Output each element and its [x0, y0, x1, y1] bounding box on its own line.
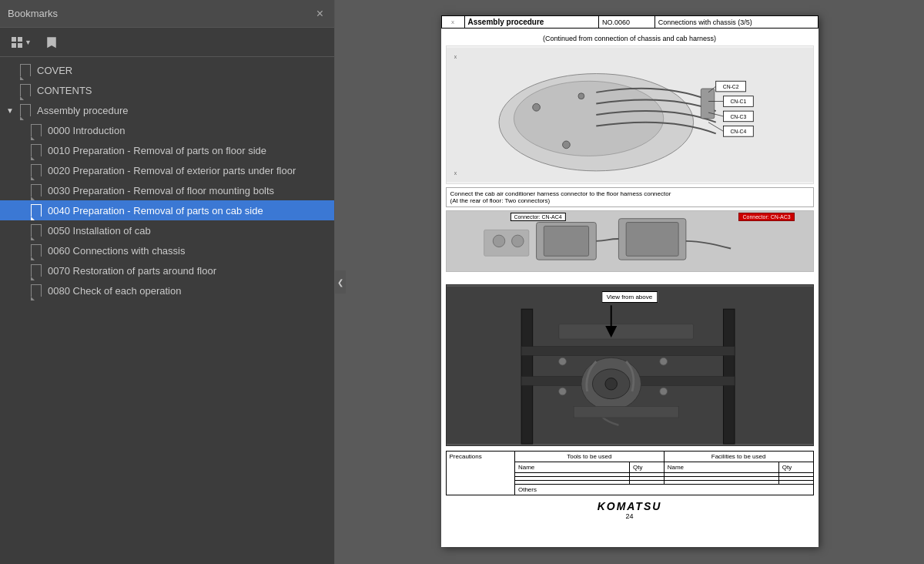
doc-procedure-label: Assembly procedure: [464, 16, 598, 29]
svg-rect-41: [558, 324, 693, 339]
document-panel: x Assembly procedure NO.0060 Connections…: [335, 0, 924, 564]
svg-point-40: [604, 378, 617, 391]
bookmark-item-cover[interactable]: COVER: [0, 60, 334, 80]
bookmark-icon-0010: [31, 144, 42, 156]
expand-placeholder: [17, 146, 28, 155]
expand-placeholder: [6, 86, 17, 95]
bookmark-label-0040: 0040 Preparation - Removal of parts on c…: [48, 205, 328, 217]
svg-text:CN-C4: CN-C4: [730, 129, 746, 134]
svg-rect-36: [521, 347, 735, 356]
doc-header-table: x Assembly procedure NO.0060 Connections…: [441, 15, 819, 29]
doc-subtitle: (Continued from connection of chassis an…: [446, 35, 814, 42]
grid-icon: [11, 36, 23, 49]
svg-rect-2: [12, 43, 16, 48]
bookmark-item-contents[interactable]: CONTENTS: [0, 80, 334, 100]
bookmark-list: COVER CONTENTS ▼ Assembly procedure 0000…: [0, 57, 334, 564]
expand-arrow-assembly: ▼: [6, 106, 17, 115]
bookmark-item-0080[interactable]: 0080 Check of each operation: [0, 280, 334, 300]
facilities-qty-header: Qty: [778, 462, 813, 473]
svg-point-44: [558, 358, 566, 365]
svg-rect-3: [18, 43, 22, 48]
svg-rect-0: [12, 37, 16, 42]
view-options-button[interactable]: ▼: [6, 33, 36, 52]
svg-text:CN-C3: CN-C3: [730, 114, 746, 119]
bookmark-item-0050[interactable]: 0050 Installation of cab: [0, 220, 334, 240]
precautions-cell: Precautions: [446, 452, 514, 495]
expand-placeholder: [17, 267, 28, 275]
facilities-header: Facilities to be used: [664, 452, 813, 462]
bookmark-icon-0020: [31, 164, 42, 176]
bookmark-icon-assembly: [20, 104, 31, 116]
bookmarks-panel: Bookmarks × ▼: [0, 0, 335, 564]
svg-text:x: x: [454, 170, 457, 176]
bookmark-item-0070[interactable]: 0070 Restoration of parts around floor: [0, 260, 334, 280]
bookmark-label-0080: 0080 Check of each operation: [48, 285, 328, 297]
bookmark-label-cover: COVER: [37, 65, 328, 76]
document-page: x Assembly procedure NO.0060 Connections…: [441, 15, 819, 547]
harness-svg: CN-C2 CN-C1 CN-C3 CN-C4: [447, 46, 813, 183]
svg-rect-1: [18, 37, 22, 42]
harness-diagram: CN-C2 CN-C1 CN-C3 CN-C4: [446, 45, 814, 184]
tools-header: Tools to be used: [514, 452, 664, 462]
svg-rect-18: [701, 89, 714, 119]
svg-rect-27: [544, 226, 588, 256]
bookmark-icon-0070: [31, 264, 42, 277]
svg-point-6: [514, 81, 663, 156]
bookmark-icon-0000: [31, 124, 42, 136]
bookmark-item-0060[interactable]: 0060 Connections with chassis: [0, 240, 334, 260]
connector-ac3-label: Connector: CN-AC3: [738, 213, 794, 221]
collapse-panel-button[interactable]: ❮: [335, 270, 346, 294]
bookmark-item-0000[interactable]: 0000 Introduction: [0, 120, 334, 140]
svg-point-9: [562, 141, 570, 149]
expand-placeholder: [17, 166, 28, 175]
tools-qty-header: Qty: [630, 462, 665, 473]
svg-point-32: [511, 235, 524, 247]
instruction-box: Connect the cab air conditioner harness …: [446, 187, 814, 207]
bookmark-label-0060: 0060 Connections with chassis: [48, 245, 328, 257]
svg-text:x: x: [454, 54, 457, 59]
svg-point-45: [659, 358, 667, 365]
bookmark-icon-0060: [31, 244, 42, 257]
bookmark-icon-0080: [31, 284, 42, 297]
svg-point-7: [532, 103, 540, 111]
svg-text:CN-C1: CN-C1: [730, 99, 746, 104]
connector-section: Connector: CN-AC4 Connector: CN-AC3: [446, 210, 814, 280]
bookmark-view-button[interactable]: [41, 33, 62, 52]
expand-placeholder: [17, 287, 28, 295]
connector-diagram: Connector: CN-AC4 Connector: CN-AC3: [446, 210, 814, 272]
bookmark-icon-0050: [31, 224, 42, 237]
bookmark-label-contents: CONTENTS: [37, 85, 328, 96]
expand-placeholder: [17, 206, 28, 215]
bookmark-icon-contents: [20, 84, 31, 96]
photo-diagram: View from above: [446, 284, 814, 446]
bookmark-icon-0040: [31, 204, 42, 217]
close-button[interactable]: ×: [313, 6, 326, 22]
bookmark-item-0020[interactable]: 0020 Preparation - Removal of exterior p…: [0, 160, 334, 180]
svg-rect-42: [574, 406, 678, 418]
doc-number-label: NO.0060: [598, 16, 654, 29]
bookmark-label-0000: 0000 Introduction: [48, 125, 328, 136]
bookmark-icon: [45, 36, 58, 49]
doc-bottom-table: Precautions Tools to be used Facilities …: [446, 451, 814, 495]
bookmark-item-0030[interactable]: 0030 Preparation - Removal of floor moun…: [0, 180, 334, 200]
bookmark-icon-0030: [31, 184, 42, 196]
svg-rect-29: [626, 223, 678, 257]
svg-point-8: [578, 93, 584, 99]
panel-title: Bookmarks: [8, 8, 58, 19]
bookmark-item-assembly[interactable]: ▼ Assembly procedure: [0, 100, 334, 120]
svg-text:CN-C2: CN-C2: [722, 84, 738, 89]
bookmark-label-assembly: Assembly procedure: [37, 105, 328, 116]
bookmark-icon-cover: [20, 64, 31, 76]
panel-toolbar: ▼: [0, 28, 334, 57]
expand-placeholder: [6, 66, 17, 75]
facilities-name-header: Name: [664, 462, 778, 473]
expand-placeholder: [17, 126, 28, 135]
bookmark-item-0010[interactable]: 0010 Preparation - Removal of parts on f…: [0, 140, 334, 160]
expand-placeholder: [17, 227, 28, 235]
svg-point-46: [558, 388, 566, 395]
svg-point-47: [659, 388, 667, 395]
others-cell: Others: [514, 485, 813, 495]
bookmark-label-0020: 0020 Preparation - Removal of exterior p…: [48, 165, 328, 176]
bookmark-item-0040[interactable]: 0040 Preparation - Removal of parts on c…: [0, 200, 334, 220]
panel-header: Bookmarks ×: [0, 0, 334, 28]
